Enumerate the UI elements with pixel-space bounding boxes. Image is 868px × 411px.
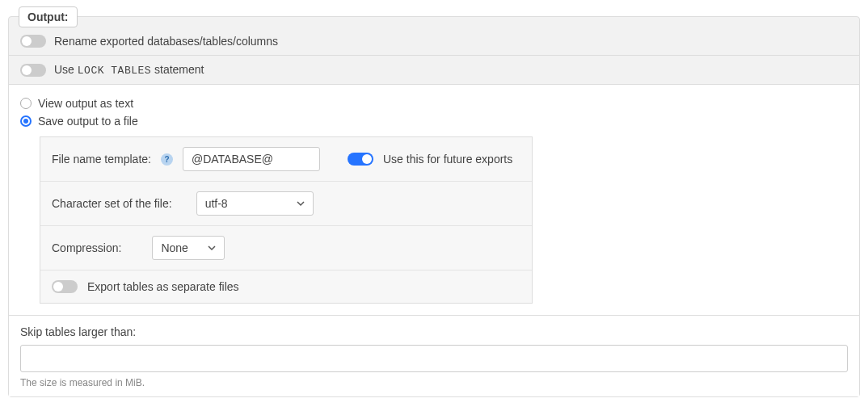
rename-label: Rename exported databases/tables/columns [54, 35, 278, 48]
separate-files-toggle[interactable] [52, 280, 78, 293]
save-to-file-radio[interactable] [20, 115, 32, 127]
future-exports-label: Use this for future exports [383, 153, 512, 166]
separate-files-label: Export tables as separate files [87, 280, 239, 293]
compression-row: Compression: None [40, 226, 532, 271]
compression-select[interactable]: None [152, 236, 224, 260]
view-as-text-label: View output as text [38, 97, 133, 110]
charset-row: Character set of the file: utf-8 [40, 182, 532, 226]
charset-value: utf-8 [205, 197, 228, 210]
output-legend: Output: [19, 6, 78, 27]
file-options-panel: File name template: ? Use this for futur… [40, 136, 533, 304]
chevron-down-icon [297, 199, 305, 208]
compression-value: None [161, 241, 188, 254]
skip-label: Skip tables larger than: [20, 325, 848, 338]
view-as-text-option[interactable]: View output as text [20, 94, 848, 112]
rename-toggle[interactable] [20, 35, 46, 48]
file-template-row: File name template: ? Use this for futur… [40, 137, 532, 182]
save-to-file-option[interactable]: Save output to a file [20, 112, 848, 130]
view-as-text-radio[interactable] [20, 98, 32, 109]
charset-select[interactable]: utf-8 [196, 191, 314, 216]
lock-tables-label: Use LOCK TABLES statement [54, 63, 204, 77]
rename-row: Rename exported databases/tables/columns [9, 17, 859, 56]
save-to-file-label: Save output to a file [38, 115, 138, 128]
future-exports-toggle[interactable] [348, 153, 373, 166]
compression-label: Compression: [52, 241, 121, 254]
chevron-down-icon [208, 244, 216, 252]
lock-tables-row: Use LOCK TABLES statement [9, 56, 859, 85]
skip-section: Skip tables larger than: The size is mea… [9, 315, 859, 396]
file-template-label: File name template: [52, 153, 151, 166]
lock-tables-toggle[interactable] [20, 64, 46, 77]
output-mode-section: View output as text Save output to a fil… [9, 85, 859, 315]
separate-files-row: Export tables as separate files [40, 271, 532, 303]
output-fieldset: Output: Rename exported databases/tables… [8, 16, 860, 397]
charset-label: Character set of the file: [52, 197, 172, 210]
skip-input[interactable] [20, 345, 848, 372]
file-template-input[interactable] [183, 147, 320, 171]
help-icon[interactable]: ? [161, 153, 173, 166]
skip-hint: The size is measured in MiB. [20, 377, 848, 388]
